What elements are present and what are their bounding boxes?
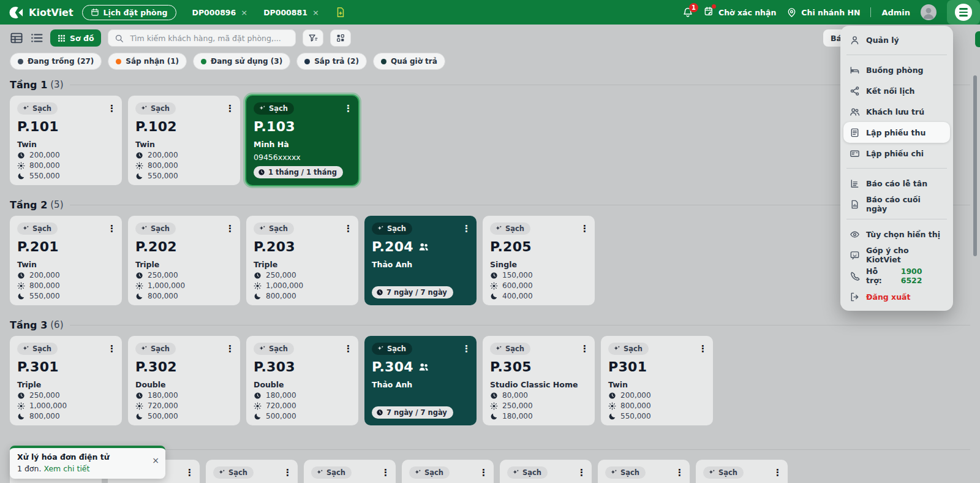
- menu-item-qua-n-ly[interactable]: Quản lý: [843, 29, 950, 50]
- menu-item-ba-o-ca-o-cuo-i-nga-y[interactable]: Báo cáo cuối ngày: [843, 194, 950, 215]
- clean-status-badge: Sạch: [135, 343, 176, 355]
- filter-chip[interactable]: Sắp nhận (1): [108, 53, 187, 70]
- menu-item-tu-y-cho-n-hie-n-thi[interactable]: Tùy chọn hiển thị: [843, 224, 950, 245]
- room-menu-button[interactable]: ⋮: [107, 344, 115, 354]
- menu-item-la-p-phie-u-thu[interactable]: Lập phiếu thu: [843, 122, 950, 143]
- room-menu-button[interactable]: ⋮: [283, 468, 290, 477]
- pending-confirmation-button[interactable]: Chờ xác nhận: [704, 6, 776, 18]
- room-menu-button[interactable]: ⋮: [698, 344, 706, 354]
- moon-icon: [135, 413, 143, 420]
- filter-chip[interactable]: Đang sử dụng (3): [193, 53, 290, 70]
- room-menu-button[interactable]: ⋮: [675, 468, 682, 477]
- tab-dp000896-label: DP000896: [192, 8, 236, 17]
- clean-status-badge: Sạch: [135, 102, 176, 115]
- price-daily: 720,000: [135, 401, 233, 410]
- room-menu-button[interactable]: ⋮: [344, 224, 351, 234]
- search-box[interactable]: [108, 29, 296, 47]
- room-menu-button[interactable]: ⋮: [580, 224, 587, 234]
- room-menu-button[interactable]: ⋮: [462, 344, 469, 354]
- filter-chip-label: Sắp nhận (1): [126, 57, 179, 66]
- room-menu-button[interactable]: ⋮: [462, 224, 469, 234]
- room-card[interactable]: Sạch ⋮ P.303 Double 180,000 720,000 500,…: [246, 336, 358, 425]
- menu-item-go-p-y-cho-kiotviet[interactable]: Góp ý cho KiotViet: [843, 245, 950, 265]
- room-card[interactable]: Sạch ⋮ P.101 Twin 200,000 800,000 550,00…: [10, 96, 122, 185]
- sparkle-icon: [22, 105, 29, 112]
- menu-item-label: Tùy chọn hiển thị: [866, 230, 940, 239]
- room-menu-button[interactable]: ⋮: [381, 468, 388, 477]
- clock-icon: [258, 169, 265, 176]
- menu-item-label: Kết nối lịch: [866, 86, 915, 96]
- menu-item--a-ng-xua-t[interactable]: Đăng xuất: [843, 286, 950, 307]
- room-card[interactable]: Sạch ⋮ P.205 Single 150,000 600,000 400,…: [483, 216, 595, 305]
- room-menu-button[interactable]: ⋮: [185, 468, 192, 477]
- floor-room-row: Sạch ⋮ P.201 Twin 200,000 800,000 550,00…: [10, 216, 970, 305]
- filter-chip[interactable]: Quá giờ trả: [373, 53, 445, 70]
- avatar[interactable]: [921, 4, 937, 20]
- room-card[interactable]: Sạch ⋮: [304, 460, 396, 483]
- close-icon[interactable]: ×: [241, 8, 247, 17]
- search-icon: [115, 34, 124, 43]
- room-card[interactable]: Sạch ⋮ P.202 Triple 250,000 1,000,000 80…: [128, 216, 240, 305]
- room-card[interactable]: Sạch ⋮: [206, 460, 298, 483]
- room-number: P.103: [254, 119, 351, 134]
- room-card[interactable]: Sạch ⋮ P.302 Double 180,000 720,000 500,…: [128, 336, 240, 425]
- menu-item-buo-ng-pho-ng[interactable]: Buồng phòng: [843, 59, 950, 80]
- new-booking-icon[interactable]: [335, 7, 346, 18]
- room-card[interactable]: Sạch ⋮ P.301 Triple 250,000 1,000,000 80…: [10, 336, 122, 425]
- main-menu-button[interactable]: [947, 0, 980, 25]
- room-card-occupied[interactable]: Sạch ⋮ P.304 Thảo Anh 7 ngày / 7 ngày: [364, 336, 477, 425]
- toast-detail-link[interactable]: Xem chi tiết: [43, 464, 89, 473]
- room-card[interactable]: Sạch ⋮ P.203 Triple 250,000 1,000,000 80…: [246, 216, 358, 305]
- room-card[interactable]: Sạch ⋮ P.201 Twin 200,000 800,000 550,00…: [10, 216, 122, 305]
- room-menu-button[interactable]: ⋮: [580, 344, 587, 354]
- search-input[interactable]: [129, 33, 289, 44]
- room-menu-button[interactable]: ⋮: [225, 104, 233, 113]
- scrollbar-thumb[interactable]: [973, 75, 977, 256]
- filter-chip[interactable]: Sắp trả (2): [296, 53, 367, 70]
- room-menu-button[interactable]: ⋮: [577, 468, 584, 477]
- room-menu-button[interactable]: ⋮: [479, 468, 486, 477]
- notifications-button[interactable]: 1: [682, 7, 693, 18]
- map-view-label: Sơ đồ: [70, 34, 94, 43]
- status-dot: [381, 59, 386, 64]
- room-menu-button[interactable]: ⋮: [773, 468, 780, 477]
- menu-item-ba-o-ca-o-le-ta-n[interactable]: Báo cáo lễ tân: [843, 173, 950, 194]
- room-menu-button[interactable]: ⋮: [107, 224, 115, 234]
- room-card[interactable]: Sạch ⋮ P301 Twin 200,000 800,000 550,000: [601, 336, 713, 425]
- room-card[interactable]: Sạch ⋮: [598, 460, 690, 483]
- tab-dp000881[interactable]: DP000881 ×: [263, 8, 319, 17]
- menu-item-ke-t-no-i-li-ch[interactable]: Kết nối lịch: [843, 80, 950, 101]
- room-menu-button[interactable]: ⋮: [225, 344, 233, 354]
- map-view-button[interactable]: Sơ đồ: [50, 29, 101, 47]
- room-card[interactable]: Sạch ⋮: [500, 460, 592, 483]
- toast-close-icon[interactable]: ×: [152, 456, 159, 465]
- tab-dp000896[interactable]: DP000896 ×: [192, 8, 248, 17]
- price-daily: 1,000,000: [135, 281, 233, 290]
- close-icon[interactable]: ×: [312, 8, 319, 17]
- room-card[interactable]: Sạch ⋮: [402, 460, 494, 483]
- table-view-button[interactable]: [10, 31, 23, 45]
- room-card[interactable]: Sạch ⋮ P.305 Studio Classic Home 80,000 …: [483, 336, 595, 425]
- main-dropdown-menu: Quản lý Buồng phòng Kết nối lịch Khách l…: [840, 26, 953, 311]
- menu-item-kha-ch-lu-u-tru[interactable]: Khách lưu trú: [843, 101, 950, 122]
- room-card-occupied[interactable]: Sạch ⋮ P.204 Thảo Anh 7 ngày / 7 ngày: [364, 216, 477, 305]
- filter-button[interactable]: [303, 29, 323, 47]
- branch-selector[interactable]: Chi nhánh HN: [786, 7, 860, 18]
- room-card-occupied[interactable]: Sạch ⋮ P.103 Minh Hà 09456xxxxx 1 tháng …: [246, 96, 358, 185]
- hidden-green-button-edge: [975, 31, 980, 47]
- room-menu-button[interactable]: ⋮: [225, 224, 233, 234]
- room-card[interactable]: Sạch ⋮ P.102 Twin 200,000 800,000 550,00…: [128, 96, 240, 185]
- menu-item-la-p-phie-u-chi[interactable]: Lập phiếu chi: [843, 143, 950, 164]
- layout-options-button[interactable]: [330, 29, 351, 47]
- clean-status-badge: Sạch: [490, 222, 530, 235]
- tab-booking-calendar[interactable]: Lịch đặt phòng: [82, 5, 176, 20]
- user-name[interactable]: Admin: [881, 8, 910, 17]
- list-view-button[interactable]: [30, 31, 43, 45]
- room-card[interactable]: Sạch ⋮: [696, 460, 788, 483]
- menu-item-ho-tro[interactable]: Hỗ trợ: 1900 6522: [843, 265, 950, 286]
- room-menu-button[interactable]: ⋮: [344, 104, 351, 113]
- room-menu-button[interactable]: ⋮: [107, 104, 115, 113]
- sparkle-icon: [316, 469, 323, 476]
- room-menu-button[interactable]: ⋮: [344, 344, 351, 354]
- filter-chip[interactable]: Đang trống (27): [10, 53, 102, 70]
